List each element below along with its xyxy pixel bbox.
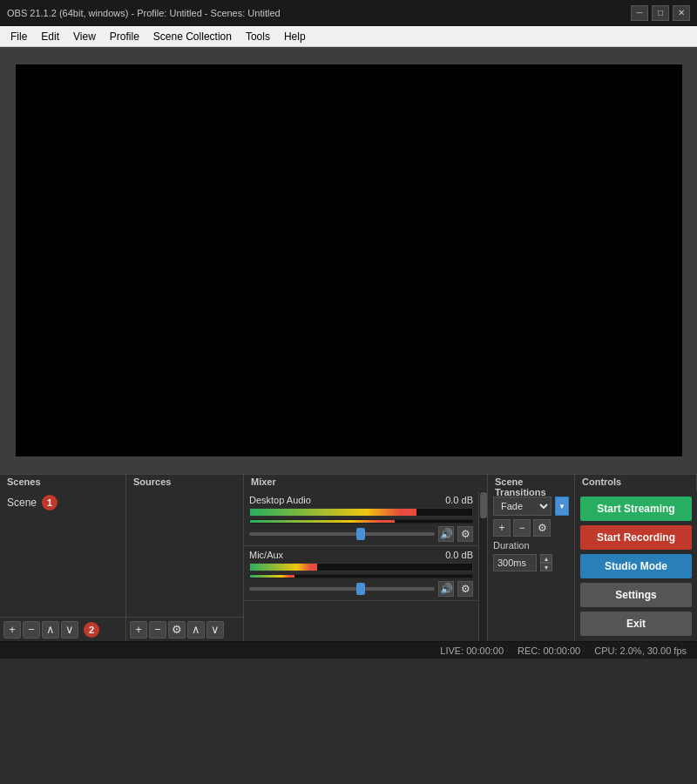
scenes-list: Scene 1 — [0, 491, 125, 617]
exit-button[interactable]: Exit — [580, 612, 692, 636]
desktop-audio-meter-bar — [250, 509, 416, 516]
transitions-settings-button[interactable]: ⚙ — [533, 519, 551, 537]
desktop-audio-mute-button[interactable]: 🔊 — [438, 526, 454, 542]
mixer-channel-desktop-header: Desktop Audio 0.0 dB — [249, 495, 473, 505]
menu-bar: File Edit View Profile Scene Collection … — [0, 26, 697, 47]
close-button[interactable]: ✕ — [673, 5, 690, 21]
sources-up-button[interactable]: ∧ — [187, 621, 205, 639]
sources-panel: + − ⚙ ∧ ∨ — [126, 491, 244, 641]
mic-aux-meter-bar — [250, 564, 317, 571]
mixer-panel-header: Mixer — [244, 475, 488, 491]
sources-settings-button[interactable]: ⚙ — [168, 621, 186, 639]
mixer-scroll-thumb[interactable] — [480, 492, 487, 518]
start-streaming-button[interactable]: Start Streaming — [580, 497, 692, 521]
duration-input[interactable] — [493, 554, 537, 571]
mic-aux-db: 0.0 dB — [445, 550, 473, 560]
scene-label: Scene — [7, 497, 37, 509]
desktop-audio-meter — [249, 508, 473, 517]
mic-aux-controls: 🔊 ⚙ — [249, 581, 473, 597]
controls-panel: Start Streaming Start Recording Studio M… — [575, 491, 697, 641]
mixer-channel-desktop: Desktop Audio 0.0 dB 🔊 ⚙ — [244, 491, 478, 546]
transitions-panel-header: Scene Transitions — [488, 475, 575, 491]
mic-aux-slider-track — [249, 587, 435, 591]
settings-button[interactable]: Settings — [580, 583, 692, 607]
transitions-panel: Fade ▼ + − ⚙ Duration ▲ ▼ — [488, 491, 575, 641]
menu-view[interactable]: View — [66, 29, 103, 44]
duration-spin: ▲ ▼ — [540, 554, 552, 571]
transitions-select[interactable]: Fade — [493, 497, 552, 516]
duration-label: Duration — [493, 540, 530, 551]
menu-edit[interactable]: Edit — [34, 29, 66, 44]
panel-headers: Scenes Sources Mixer Scene Transitions C… — [0, 474, 697, 491]
mixer-scroll[interactable] — [478, 491, 487, 641]
sources-add-button[interactable]: + — [130, 621, 147, 639]
start-recording-button[interactable]: Start Recording — [580, 525, 692, 550]
sources-panel-header: Sources — [126, 475, 244, 491]
mic-aux-meter — [249, 563, 473, 571]
scenes-toolbar: + − ∧ ∨ 2 — [0, 617, 125, 641]
transitions-select-arrow[interactable]: ▼ — [555, 497, 569, 516]
mic-aux-slider[interactable] — [249, 583, 435, 595]
scenes-panel-header: Scenes — [0, 475, 126, 491]
scene-badge-2: 2 — [84, 622, 99, 638]
desktop-audio-db: 0.0 dB — [445, 495, 473, 505]
transitions-fade-row: Fade ▼ — [493, 497, 569, 516]
duration-spin-up[interactable]: ▲ — [540, 554, 552, 563]
scene-badge-1: 1 — [42, 495, 58, 510]
duration-row: Duration — [493, 540, 569, 551]
mixer-panel: Desktop Audio 0.0 dB 🔊 ⚙ — [244, 491, 488, 641]
mic-aux-slider-thumb[interactable] — [356, 583, 365, 595]
sources-down-button[interactable]: ∨ — [206, 621, 224, 639]
desktop-audio-slider[interactable] — [249, 528, 435, 540]
preview-area — [0, 47, 697, 474]
panels-row: Scene 1 + − ∧ ∨ 2 + − ⚙ ∧ ∨ Desktop A — [0, 491, 697, 641]
desktop-audio-meter-2 — [249, 519, 473, 524]
live-status: LIVE: 00:00:00 — [440, 645, 504, 656]
mixer-channel-mic-header: Mic/Aux 0.0 dB — [249, 550, 473, 560]
desktop-audio-settings-button[interactable]: ⚙ — [457, 526, 473, 542]
mic-aux-settings-button[interactable]: ⚙ — [457, 581, 473, 597]
list-item[interactable]: Scene 1 — [0, 491, 125, 514]
mic-aux-label: Mic/Aux — [249, 550, 283, 560]
title-bar: OBS 21.1.2 (64bit, windows) - Profile: U… — [0, 0, 697, 26]
transitions-remove-button[interactable]: − — [513, 519, 531, 537]
menu-profile[interactable]: Profile — [103, 29, 146, 44]
sources-list — [126, 491, 243, 617]
rec-status: REC: 00:00:00 — [518, 645, 580, 656]
controls-panel-header: Controls — [575, 475, 697, 491]
window-controls: ─ □ ✕ — [631, 5, 690, 21]
desktop-audio-slider-track — [249, 532, 435, 536]
scenes-down-button[interactable]: ∨ — [61, 621, 78, 639]
preview-canvas — [16, 64, 682, 456]
duration-spin-down[interactable]: ▼ — [540, 563, 552, 571]
sources-toolbar: + − ⚙ ∧ ∨ — [126, 617, 243, 641]
studio-mode-button[interactable]: Studio Mode — [580, 554, 692, 578]
duration-input-row: ▲ ▼ — [493, 554, 569, 571]
mic-aux-meter-2 — [249, 574, 473, 578]
menu-scene-collection[interactable]: Scene Collection — [146, 29, 239, 44]
scenes-up-button[interactable]: ∧ — [42, 621, 59, 639]
menu-tools[interactable]: Tools — [239, 29, 277, 44]
mixer-channels: Desktop Audio 0.0 dB 🔊 ⚙ — [244, 491, 478, 641]
desktop-audio-controls: 🔊 ⚙ — [249, 526, 473, 542]
menu-file[interactable]: File — [3, 29, 34, 44]
status-bar: LIVE: 00:00:00 REC: 00:00:00 CPU: 2.0%, … — [0, 641, 697, 659]
mixer-channel-mic: Mic/Aux 0.0 dB 🔊 ⚙ — [244, 546, 478, 601]
desktop-audio-slider-thumb[interactable] — [356, 528, 365, 540]
mic-aux-mute-button[interactable]: 🔊 — [438, 581, 454, 597]
cpu-status: CPU: 2.0%, 30.00 fps — [594, 645, 687, 656]
desktop-audio-label: Desktop Audio — [249, 495, 311, 505]
maximize-button[interactable]: □ — [652, 5, 669, 21]
scenes-remove-button[interactable]: − — [23, 621, 40, 639]
title-text: OBS 21.1.2 (64bit, windows) - Profile: U… — [7, 8, 281, 18]
transitions-add-button[interactable]: + — [493, 519, 511, 537]
scenes-add-button[interactable]: + — [3, 621, 21, 639]
menu-help[interactable]: Help — [277, 29, 313, 44]
transitions-toolbar: + − ⚙ — [493, 519, 569, 537]
sources-remove-button[interactable]: − — [149, 621, 166, 639]
scenes-panel: Scene 1 + − ∧ ∨ 2 — [0, 491, 126, 641]
minimize-button[interactable]: ─ — [631, 5, 648, 21]
